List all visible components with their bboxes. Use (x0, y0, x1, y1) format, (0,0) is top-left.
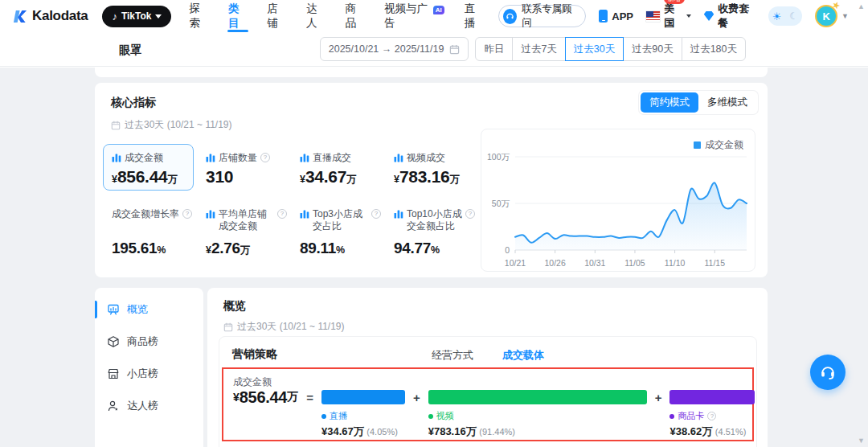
page-content: 核心指标 简约模式多维模式 过去30天 (10/21 ~ 11/19) 成交金额… (0, 68, 868, 447)
trend-chart[interactable]: 050万100万10/2110/2610/3111/0511/1011/15 (481, 129, 755, 271)
header-right: 联系专属顾问 APP 新增 美国 收费套餐 ☀ ☾ K ★ ▼ (498, 2, 849, 31)
nav-item[interactable]: 商品 (345, 0, 365, 32)
part-value: ¥38.62万 (669, 425, 712, 437)
metric-head: 成交金额增长率 ? (112, 208, 193, 234)
previous-card-edge (95, 68, 768, 77)
metric-card[interactable]: Top10小店成交金额占比 ? 94.77% (385, 200, 476, 260)
nav-item[interactable]: 店铺 (267, 0, 287, 32)
range-preset-button[interactable]: 过去30天 (565, 37, 624, 61)
range-preset-button[interactable]: 过去180天 (682, 37, 746, 61)
metric-label: 直播成交 (313, 152, 351, 164)
customer-service-button[interactable] (810, 355, 845, 390)
section-title: 概览 (223, 299, 246, 314)
metric-value: 94.77% (394, 240, 475, 257)
account-menu[interactable]: K ★ ▼ (815, 5, 849, 27)
value-number: 783.16 (399, 167, 449, 186)
sidebar-item-label: 达人榜 (127, 399, 158, 413)
help-icon[interactable]: ? (277, 209, 287, 219)
plus-sign: + (413, 390, 420, 404)
platform-label: TikTok (121, 10, 152, 22)
help-icon[interactable]: ? (707, 412, 716, 420)
kalodata-logo[interactable]: Kalodata (13, 8, 88, 24)
metrics-grid: 成交金额 ¥856.44万 店铺数量 ? 310 直播成交 (103, 144, 479, 260)
metric-card[interactable]: 平均单店铺成交金额 ? ¥2.76万 (197, 200, 288, 260)
ai-badge: AI (433, 6, 444, 14)
metric-card[interactable]: 直播成交 ¥34.67万 (291, 144, 382, 191)
help-icon[interactable]: ? (260, 153, 270, 162)
value-number: 195.61 (112, 240, 157, 256)
tab-sales-channel[interactable]: 成交载体 (502, 348, 544, 363)
part-name: 商品卡 (678, 410, 704, 422)
date-range-value: 2025/10/21 → 2025/11/19 (329, 43, 444, 55)
value-number: 310 (206, 167, 233, 186)
metric-value: ¥783.16万 (394, 167, 475, 187)
help-icon[interactable]: ? (182, 209, 192, 219)
equation-bar[interactable] (669, 390, 755, 404)
metric-value: 195.61% (112, 240, 193, 257)
metric-label: 平均单店铺成交金额 (219, 208, 274, 232)
metric-card[interactable]: 店铺数量 ? 310 (197, 144, 288, 191)
scrollbar-up-arrow[interactable]: ▲ (858, 2, 865, 10)
sidebar-item-shops[interactable]: 小店榜 (95, 358, 203, 390)
nav-item[interactable]: 视频与广告 AI (384, 0, 445, 32)
sidebar-item-products[interactable]: 商品榜 (95, 326, 203, 358)
y-axis-label: 50万 (492, 199, 510, 208)
nav-item[interactable]: 达人 (306, 0, 326, 32)
sidebar-item-overview[interactable]: 概览 (95, 293, 203, 326)
date-range-picker[interactable]: 2025/10/21 → 2025/11/19 (320, 37, 469, 61)
part-value: ¥34.67万 (321, 425, 364, 437)
metrics-row-2: 成交金额增长率 ? 195.61% 平均单店铺成交金额 ? ¥2.76万 (103, 200, 479, 260)
core-metrics-card: 核心指标 简约模式多维模式 过去30天 (10/21 ~ 11/19) 成交金额… (95, 83, 768, 277)
nav-item-label: 商品 (345, 2, 365, 31)
sidebar-item-creators[interactable]: 达人榜 (95, 390, 203, 422)
kalodata-logo-icon (13, 9, 28, 24)
pricing-button[interactable]: 收费套餐 (704, 2, 755, 31)
equation-bar[interactable] (428, 390, 647, 404)
tab-business-mode[interactable]: 经营方式 (432, 348, 473, 363)
phone-icon (599, 10, 608, 23)
metric-value: ¥34.67万 (300, 167, 381, 187)
metric-card[interactable]: 视频成交 ¥783.16万 (385, 144, 476, 191)
region-selector[interactable]: 新增 美国 (646, 2, 691, 31)
help-icon[interactable]: ? (465, 209, 475, 219)
mode-option[interactable]: 多维模式 (698, 92, 756, 113)
nav-item[interactable]: 直播 (465, 0, 485, 32)
metric-card[interactable]: 成交金额 ¥856.44万 (103, 144, 194, 191)
sidebar-item-label: 商品榜 (127, 334, 158, 349)
equation-label: 成交金额 (233, 375, 272, 389)
range-preset-button[interactable]: 过去7天 (512, 37, 565, 61)
consult-label: 联系专属顾问 (522, 2, 575, 30)
value-prefix: ¥ (206, 244, 211, 256)
part-value-line: ¥34.67万 (4.05%) (321, 424, 405, 439)
consult-button[interactable]: 联系专属顾问 (498, 5, 586, 27)
plus-sign: + (655, 390, 662, 404)
legend-dot-icon (428, 414, 433, 419)
metric-card[interactable]: Top3小店成交占比 ? 89.11% (291, 200, 382, 260)
metric-label: 成交金额 (125, 152, 163, 164)
scrollbar-down-arrow[interactable]: ▼ (858, 437, 865, 445)
calendar-icon (111, 121, 121, 130)
equals-sign: = (306, 390, 313, 404)
mode-option[interactable]: 简约模式 (641, 92, 698, 113)
metric-label: 成交金额增长率 (112, 208, 179, 220)
part-name: 直播 (330, 410, 347, 422)
theme-toggle[interactable]: ☀ ☾ (768, 6, 802, 26)
gmv-equation: ¥ 856.44 万 = 直播 ¥34.67万 (4.05%) + 视频 ¥78… (233, 390, 755, 439)
x-axis-label: 10/31 (584, 258, 605, 268)
range-preset-button[interactable]: 昨日 (475, 37, 513, 61)
us-flag-icon (646, 11, 660, 22)
range-preset-button[interactable]: 过去90天 (623, 37, 682, 61)
metric-card[interactable]: 成交金额增长率 ? 195.61% (103, 200, 194, 260)
help-icon[interactable]: ? (371, 209, 381, 219)
nav-item[interactable]: 类目 (228, 0, 248, 32)
equation-bar[interactable] (321, 390, 405, 404)
platform-selector[interactable]: ♪ TikTok (102, 6, 171, 27)
nav-item[interactable]: 探索 (189, 0, 209, 32)
nav-item-label: 探索 (189, 2, 209, 31)
app-button[interactable]: APP (599, 10, 633, 23)
value-prefix: ¥ (394, 174, 399, 185)
value-suffix: % (431, 244, 440, 256)
total-number: 856.44 (240, 388, 287, 407)
headset-icon (503, 9, 517, 24)
calendar-icon (449, 44, 460, 55)
